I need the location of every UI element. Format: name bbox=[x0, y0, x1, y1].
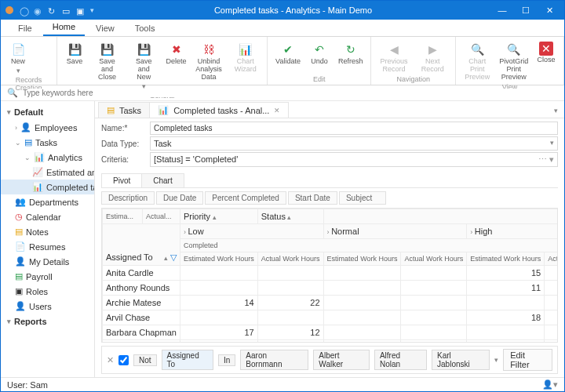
col-low[interactable]: › Low bbox=[180, 224, 323, 239]
sidebar-item-users[interactable]: 👤Users bbox=[1, 299, 94, 314]
filter-icon[interactable]: ▽ bbox=[170, 252, 177, 262]
cell: 18 bbox=[467, 310, 545, 325]
field-subject[interactable]: Subject bbox=[339, 191, 386, 205]
sidebar-item-mydetails[interactable]: 👤My Details bbox=[1, 254, 94, 269]
table-row[interactable]: Anita Cardle15171517 bbox=[103, 266, 559, 281]
sidebar-section-reports[interactable]: ▾Reports bbox=[1, 314, 94, 329]
sidebar-item-resumes[interactable]: 📄Resumes bbox=[1, 239, 94, 254]
doctab-tasks[interactable]: ▤Tasks bbox=[98, 102, 150, 118]
group-caption: Edit bbox=[272, 75, 366, 83]
menu-tabs: File Home View Tools bbox=[1, 20, 564, 37]
cell bbox=[467, 296, 545, 310]
sidebar-item-departments[interactable]: 👥Departments bbox=[1, 194, 94, 209]
filter-val[interactable]: Albert Walker bbox=[313, 350, 370, 370]
search-input[interactable] bbox=[23, 89, 558, 97]
cell: 22 bbox=[257, 296, 323, 310]
filter-field[interactable]: Assigned To bbox=[162, 350, 213, 370]
cell bbox=[401, 266, 467, 281]
filter-val[interactable]: Alfred Nolan bbox=[374, 350, 427, 370]
cell bbox=[467, 325, 545, 340]
table-row[interactable]: Anthony Rounds111111 bbox=[103, 281, 559, 296]
name-field[interactable]: Completed tasks bbox=[150, 122, 558, 135]
criteria-field[interactable]: [Status] = 'Completed'⋯ ▾ bbox=[150, 152, 558, 167]
new-button[interactable]: 📄New▾ bbox=[5, 40, 31, 76]
qat-presenter-icon[interactable]: ▣ bbox=[76, 6, 84, 14]
filter-val[interactable]: Karl Jablonski bbox=[432, 350, 490, 370]
filter-dropdown-icon[interactable]: ▾ bbox=[494, 356, 498, 364]
field-percent[interactable]: Percent Completed bbox=[205, 191, 286, 205]
subtab-pivot[interactable]: Pivot bbox=[101, 173, 142, 187]
row-header-assigned[interactable]: Assigned To bbox=[106, 252, 153, 263]
filter-val[interactable]: Aaron Bornmann bbox=[240, 350, 308, 370]
tab-file[interactable]: File bbox=[9, 20, 42, 36]
datatype-field[interactable]: Task▾ bbox=[150, 136, 558, 151]
filter-op[interactable]: In bbox=[218, 354, 235, 366]
pivot-preview-button[interactable]: 🔍PivotGrid Print Preview bbox=[497, 40, 530, 83]
tab-tools[interactable]: Tools bbox=[126, 20, 165, 36]
tab-home[interactable]: Home bbox=[43, 19, 85, 36]
cell: 20 bbox=[401, 340, 467, 343]
sidebar-item-roles[interactable]: ▣Roles bbox=[1, 284, 94, 299]
table-row[interactable]: Arvil Chase18101810 bbox=[103, 310, 559, 325]
pivot-grid[interactable]: Estima... Actual... Priority ▴ Status ▴ … bbox=[101, 208, 558, 343]
cell: 12 bbox=[257, 325, 323, 340]
validate-button[interactable]: ✔Validate bbox=[272, 40, 304, 67]
tab-view[interactable]: View bbox=[86, 20, 124, 36]
next-icon: ▶ bbox=[425, 42, 440, 57]
table-row[interactable]: Barbara Chapman17121712 bbox=[103, 325, 559, 340]
col-priority[interactable]: Priority ▴ bbox=[180, 209, 257, 224]
close-tab-icon[interactable]: ✕ bbox=[274, 107, 280, 114]
prev-record-button: ◀Previous Record bbox=[376, 40, 411, 75]
undo-button[interactable]: ↶Undo bbox=[307, 40, 332, 67]
save-icon: 💾 bbox=[67, 42, 82, 57]
close-window-button[interactable]: ✕ bbox=[539, 2, 560, 18]
sidebar-item-analytics[interactable]: ⌄📊Analytics bbox=[1, 150, 94, 165]
close-button[interactable]: ✕Close bbox=[534, 40, 559, 66]
filter-enabled-checkbox[interactable] bbox=[118, 355, 129, 365]
qat-new-icon[interactable]: ◯ bbox=[20, 6, 27, 14]
table-row[interactable]: Archie Matese14221422 bbox=[103, 296, 559, 310]
cell: 11 bbox=[467, 281, 545, 296]
col-high[interactable]: › High bbox=[467, 224, 558, 239]
sidebar-item-completed[interactable]: 📊Completed tasks bbox=[1, 180, 94, 194]
sidebar-item-employees[interactable]: ›👤Employees bbox=[1, 120, 94, 135]
sidebar-item-calendar[interactable]: ◷Calendar bbox=[1, 209, 94, 224]
filter-not[interactable]: Not bbox=[133, 354, 157, 366]
save-close-button[interactable]: 💾Save and Close bbox=[90, 40, 124, 83]
sidebar-item-payroll[interactable]: ▤Payroll bbox=[1, 269, 94, 284]
col-estima[interactable]: Estima... bbox=[103, 209, 143, 224]
group-caption: Navigation bbox=[376, 75, 450, 83]
delete-button[interactable]: ✖Delete bbox=[164, 40, 189, 67]
col-actual[interactable]: Actual... bbox=[142, 209, 180, 224]
users-icon: 👤 bbox=[15, 301, 26, 311]
qat-refresh-icon[interactable]: ↻ bbox=[48, 6, 56, 14]
sidebar-item-estimated[interactable]: 📈Estimated and actual wor bbox=[1, 165, 94, 180]
maximize-button[interactable]: ☐ bbox=[516, 2, 536, 18]
minimize-button[interactable]: — bbox=[492, 2, 512, 18]
cell: 17 bbox=[545, 266, 558, 281]
refresh-button[interactable]: ↻Refresh bbox=[335, 40, 366, 67]
col-normal[interactable]: › Normal bbox=[323, 224, 467, 239]
table-row[interactable]: Barbara Faircloth25202520 bbox=[103, 340, 559, 343]
filter-close-icon[interactable]: ✕ bbox=[107, 355, 114, 365]
save-button[interactable]: 💾Save bbox=[62, 40, 87, 67]
tabs-dropdown-icon[interactable]: ▾ bbox=[548, 103, 564, 118]
col-status[interactable]: Status ▴ bbox=[257, 209, 323, 224]
sidebar-item-tasks[interactable]: ⌄▤Tasks bbox=[1, 135, 94, 150]
col-completed[interactable]: Completed bbox=[180, 239, 558, 252]
sidebar-item-notes[interactable]: ▤Notes bbox=[1, 224, 94, 239]
field-description[interactable]: Description bbox=[101, 191, 155, 205]
field-startdate[interactable]: Start Date bbox=[288, 191, 337, 205]
sidebar-section-default[interactable]: ▾Default bbox=[1, 104, 94, 120]
cell bbox=[180, 266, 257, 281]
edit-filter-button[interactable]: Edit Filter bbox=[503, 349, 552, 371]
qat-disk-icon[interactable]: ▭ bbox=[62, 6, 70, 14]
save-new-button[interactable]: 💾Save and New▾ bbox=[127, 40, 161, 92]
unbind-button[interactable]: ⛓Unbind Analysis Data bbox=[192, 40, 226, 83]
qat-save-icon[interactable]: ◉ bbox=[34, 6, 42, 14]
doctab-analytics[interactable]: 📊Completed tasks - Anal...✕ bbox=[149, 102, 289, 118]
status-user-icon[interactable]: 👤▾ bbox=[542, 379, 558, 390]
subtab-chart[interactable]: Chart bbox=[141, 173, 184, 187]
field-duedate[interactable]: Due Date bbox=[156, 191, 203, 205]
detail-form: Name:*Completed tasks Data Type:Task▾ Cr… bbox=[95, 118, 564, 170]
